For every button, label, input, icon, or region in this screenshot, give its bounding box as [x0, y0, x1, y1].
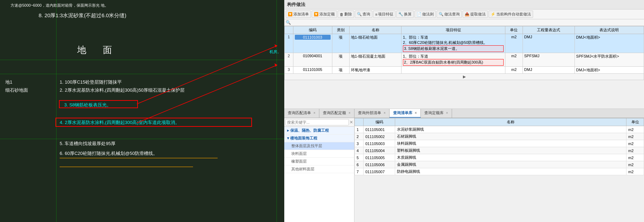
- add-list-button[interactable]: 🔽 添加清单: [286, 11, 311, 18]
- tab-quota-lib[interactable]: 查询定额库 ×: [421, 109, 452, 118]
- table-row[interactable]: 3 011101005 项 环氧地坪漆 m2 DMJ DMJ<地面积>: [285, 67, 644, 74]
- list-item[interactable]: 3 011105003 块料踢脚线 m2: [355, 140, 644, 147]
- bottom-content: ✕ ▸ 保温、隔热、防腐工程 ▾ 楼地面装饰工程 整体面层及找平层 块料面层: [284, 118, 644, 222]
- list-row-1-code: 011105001: [364, 126, 395, 133]
- drawing-text-gravel: 细石砂地面: [5, 87, 28, 93]
- drawing-text-item2: 2. 2厚水泥基防水涂料,(四周翻起300高)50厚细石混凝土保护层: [60, 87, 185, 93]
- row-1-desc: DMJ<地面积>: [575, 34, 644, 53]
- query-button[interactable]: 🔍 查询: [355, 11, 372, 18]
- drawing-text-2: 8. 20厚1:3水泥砂浆(不超过6.0米分缝): [39, 12, 126, 19]
- grid-h-line-1: [0, 60, 284, 60]
- auto-method-button[interactable]: ⚡ 当前构件自动套做法: [489, 11, 533, 18]
- tree-item-other[interactable]: 其他材料面层: [284, 165, 354, 173]
- tab-external-list-close[interactable]: ×: [384, 111, 386, 115]
- list-item[interactable]: 1 011105001 水泥砂浆踢脚线 m2: [355, 126, 644, 133]
- add-list-icon: 🔽: [288, 12, 293, 17]
- list-row-6-num: 6: [355, 161, 364, 168]
- table-row[interactable]: 2 010904001 项 地1-细石混凝土地面 1、部位：车道 2、2厚BAC…: [285, 53, 644, 67]
- list-row-1-unit: m2: [626, 126, 644, 133]
- row-3-code: 011101005: [293, 67, 332, 74]
- row-1-name: 地1-细石砼地面: [350, 34, 401, 53]
- tree-expand-icon-2: ▾: [287, 136, 290, 140]
- project-feature-button[interactable]: ≡ 项目特征: [373, 11, 396, 18]
- method-query-button[interactable]: 🔍 做法查询: [437, 11, 462, 18]
- extract-method-button[interactable]: 📤 提取做法: [463, 11, 488, 18]
- tree-item-floor-decoration[interactable]: ▾ 楼地面装饰工程: [284, 135, 354, 142]
- query-icon: 🔍: [357, 12, 362, 17]
- right-list[interactable]: 编码 名称 单位 1 011105001 水泥砂浆踢脚线 m2: [354, 118, 644, 222]
- list-row-3-code: 011105003: [364, 140, 395, 147]
- tab-match-quota-close[interactable]: ×: [348, 111, 351, 115]
- component-table-container[interactable]: 编码 类别 名称 项目特征 单位 工程量表达式 表达式说明 1 011101: [284, 26, 644, 109]
- list-item[interactable]: 7 011105007 防静电踢脚线 m2: [355, 168, 644, 175]
- method-button[interactable]: 📄 做法则: [414, 11, 436, 18]
- list-row-7-name: 防静电踢脚线: [395, 168, 626, 175]
- col-num: [285, 26, 293, 34]
- row-2-highlight: 2、2厚BAC双面自贴防水卷材(四周翻起300高): [403, 59, 504, 66]
- row-1-num: 1: [285, 34, 293, 53]
- calc-button[interactable]: 🔧 换算: [396, 11, 414, 18]
- drawing-text-item4: 4. 2厚水泥基防水涂料,(四周翻起300高)室内车道此项取消。: [60, 119, 180, 126]
- col-desc: 表达式说明: [575, 26, 644, 34]
- col-name: 名称: [350, 26, 401, 34]
- table-row[interactable]: 1 011101003 项 地1-细石砼地面 1、部位：车道 2、60厚C20砼…: [285, 34, 644, 53]
- add-quota-icon: 🔽: [314, 12, 319, 17]
- row-2-unit: m2: [505, 53, 523, 67]
- list-row-2-code: 011105002: [364, 133, 395, 140]
- list-table: 编码 名称 单位 1 011105001 水泥砂浆踢脚线 m2: [354, 118, 644, 175]
- row-1-formula: DMJ: [523, 34, 575, 53]
- col-unit: 单位: [505, 26, 523, 34]
- expand-arrow-icon[interactable]: ▶: [463, 74, 466, 79]
- list-row-3-name: 块料踢脚线: [395, 140, 626, 147]
- tree-item-floor-leveling[interactable]: 整体面层及找平层: [284, 142, 354, 150]
- row-3-features: [401, 67, 505, 74]
- drawing-text-1: 方迷@5000~6000，道内欺面对箱骨，保面闸示形光 地。: [11, 3, 108, 8]
- tab-external-list[interactable]: 查询外部清单 ×: [354, 109, 390, 118]
- left-tree: ✕ ▸ 保温、隔热、防腐工程 ▾ 楼地面装饰工程 整体面层及找平层 块料面层: [284, 118, 354, 222]
- row-1-unit: m2: [505, 34, 523, 53]
- toolbar: 🔽 添加清单 🔽 添加定额 🗑 删除 🔍 查询 ≡ 项目特征 🔧 换算: [284, 9, 644, 19]
- search-clear-icon[interactable]: ✕: [350, 120, 353, 125]
- row-1-type: 项: [332, 34, 349, 53]
- tree-item-block-layer[interactable]: 块料面层: [284, 150, 354, 158]
- list-row-5-num: 5: [355, 154, 364, 161]
- tree-expand-icon: ▸: [287, 128, 290, 132]
- component-method-section: 构件做法 🔽 添加清单 🔽 添加定额 🗑 删除 🔍 查询 ≡ 项目特征: [284, 0, 644, 109]
- row-3-unit: m2: [505, 67, 523, 74]
- tab-match-list[interactable]: 查询匹配清单 ×: [284, 109, 319, 118]
- row-3-name: 环氧地坪漆: [350, 67, 401, 74]
- component-table: 编码 类别 名称 项目特征 单位 工程量表达式 表达式说明 1 011101: [284, 26, 644, 80]
- row-3-desc: DMJ<地面积>: [575, 67, 644, 74]
- tree-item-rubber-layer[interactable]: 橡塑面层: [284, 158, 354, 165]
- delete-button[interactable]: 🗑 删除: [338, 11, 354, 18]
- drawing-text-d1: 地1: [5, 79, 12, 85]
- list-item[interactable]: 6 011105006 金属踢脚线 m2: [355, 161, 644, 168]
- list-item[interactable]: 2 011105002 石材踢脚线 m2: [355, 133, 644, 140]
- row-2-name: 地1-细石混凝土地面: [350, 53, 401, 67]
- list-item[interactable]: 5 011105005 木质踢脚线 m2: [355, 154, 644, 161]
- method-query-icon: 🔍: [439, 12, 444, 17]
- row-2-features: 1、部位：车道 2、2厚BAC双面自贴防水卷材(四周翻起300高): [401, 53, 505, 67]
- list-item[interactable]: 4 011105004 塑料板踢脚线 m2: [355, 147, 644, 154]
- add-quota-button[interactable]: 🔽 添加定额: [312, 11, 337, 18]
- row-2-code: 010904001: [293, 53, 332, 67]
- list-row-1-name: 水泥砂浆踢脚线: [395, 126, 626, 133]
- list-row-5-name: 木质踢脚线: [395, 154, 626, 161]
- row-1-features: 1、部位：车道 2、60厚C20砼随打随抹光,机械划@50防滑槽线。 3. S8…: [401, 34, 505, 53]
- tab-match-quota[interactable]: 查询匹配定额 ×: [319, 109, 354, 118]
- tree-item-insulation[interactable]: ▸ 保温、隔热、防腐工程: [284, 127, 354, 135]
- row-2-desc: SPFSMJ<水平防水面积>: [575, 53, 644, 67]
- list-row-6-unit: m2: [626, 161, 644, 168]
- search-input[interactable]: [285, 119, 349, 125]
- tab-clear-list-close[interactable]: ×: [415, 111, 417, 115]
- tab-match-list-close[interactable]: ×: [313, 111, 316, 115]
- tab-clear-list[interactable]: 查询清单库 ×: [390, 109, 421, 118]
- list-row-7-unit: m2: [626, 168, 644, 175]
- drawing-text-item3: 3. S8钢筋砼板表压光。: [64, 102, 111, 108]
- tab-quota-lib-close[interactable]: ×: [446, 111, 448, 115]
- list-row-2-num: 2: [355, 133, 364, 140]
- drawing-text-item6: 6. 60厚C20砼随打随抹光,机械划@50防滑槽线。: [60, 150, 158, 157]
- method-icon: 📄: [417, 12, 421, 17]
- search-icon-top: 🔍: [286, 20, 291, 25]
- col-formula: 工程量表达式: [523, 26, 575, 34]
